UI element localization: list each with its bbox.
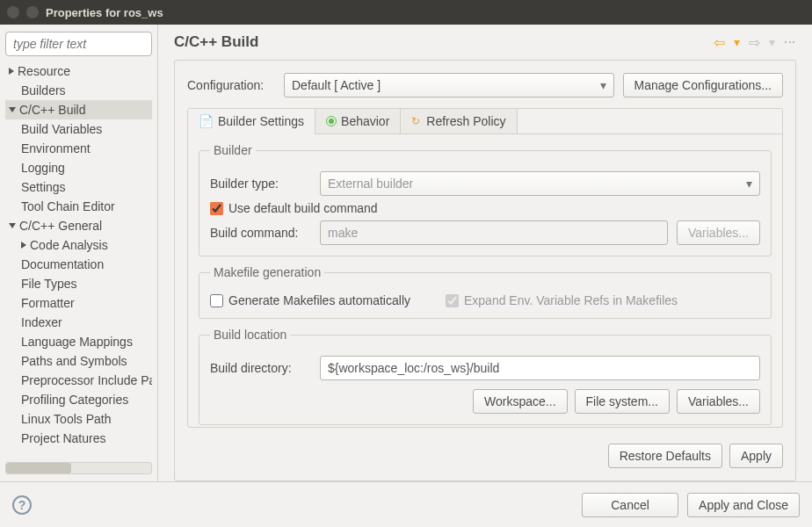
tab-label: Behavior (341, 114, 389, 128)
nav-tree: ResourceBuildersC/C++ BuildBuild Variabl… (5, 61, 152, 453)
tree-item-label: Profiling Categories (21, 393, 128, 407)
sidebar-item-documentation[interactable]: Documentation (5, 255, 152, 274)
builder-type-select[interactable]: External builder ▾ (320, 171, 760, 196)
chevron-right-icon (21, 242, 26, 249)
tree-item-label: Formatter (21, 296, 75, 310)
tree-item-label: Tool Chain Editor (21, 199, 115, 213)
tab-body: Builder Builder type: External builder ▾… (188, 134, 782, 428)
nav-back-icon[interactable]: ⇦ (714, 34, 725, 51)
sidebar-item-preprocessor-include-paths-macros-etc-[interactable]: Preprocessor Include Paths, Macros etc. (5, 371, 152, 390)
chevron-down-icon: ▾ (600, 78, 606, 92)
tree-item-label: Language Mappings (21, 335, 133, 349)
behavior-icon (326, 116, 337, 126)
help-icon[interactable]: ? (12, 495, 32, 515)
cancel-button[interactable]: Cancel (582, 493, 678, 517)
tab-builder-settings[interactable]: 📄 Builder Settings (188, 109, 315, 134)
makefile-fieldset: Makefile generation Generate Makefiles a… (199, 265, 772, 319)
tree-item-label: Project Natures (21, 431, 105, 445)
tree-item-label: Resource (18, 64, 70, 78)
sidebar-item-build-variables[interactable]: Build Variables (5, 119, 152, 139)
main-panel: C/C++ Build ⇦ ▾ ⇨ ▾ ⋮ Configuration: Def… (158, 25, 812, 481)
workspace-button[interactable]: Workspace... (473, 389, 567, 414)
tree-item-label: File Types (21, 277, 77, 291)
builder-type-value: External builder (328, 177, 413, 191)
tabs: 📄 Builder Settings Behavior ↻ Refresh Po… (188, 109, 782, 134)
use-default-build-checkbox[interactable] (210, 202, 223, 215)
build-command-input (320, 220, 668, 245)
minimize-window-icon[interactable] (26, 6, 39, 18)
sidebar-item-formatter[interactable]: Formatter (5, 293, 152, 313)
tab-refresh-policy[interactable]: ↻ Refresh Policy (401, 109, 517, 134)
nav-forward-icon: ⇨ (749, 34, 760, 51)
builder-type-label: Builder type: (210, 177, 311, 191)
sidebar-item-resource[interactable]: Resource (5, 61, 152, 81)
filter-input[interactable] (5, 32, 152, 56)
sidebar-item-environment[interactable]: Environment (5, 139, 152, 158)
window-title: Properties for ros_ws (46, 6, 163, 19)
tab-label: Builder Settings (218, 114, 304, 128)
sidebar-item-project-natures[interactable]: Project Natures (5, 429, 152, 448)
view-menu-icon[interactable]: ⋮ (784, 37, 796, 47)
nav-back-menu-icon[interactable]: ▾ (734, 35, 740, 49)
apply-and-close-button[interactable]: Apply and Close (687, 493, 800, 517)
manage-configurations-button[interactable]: Manage Configurations... (623, 73, 783, 97)
makefile-legend: Makefile generation (210, 265, 324, 279)
tab-behavior[interactable]: Behavior (315, 109, 401, 134)
tree-item-label: Preprocessor Include Paths, Macros etc. (21, 373, 152, 387)
tree-item-label: Logging (21, 161, 65, 175)
tree-item-label: Settings (21, 180, 66, 194)
page-title: C/C++ Build (174, 33, 258, 51)
tree-item-label: Indexer (21, 315, 62, 329)
sidebar-item-indexer[interactable]: Indexer (5, 313, 152, 332)
content: ResourceBuildersC/C++ BuildBuild Variabl… (0, 25, 812, 481)
tree-item-label: Environment (21, 141, 91, 155)
expand-env-refs-label: Expand Env. Variable Refs in Makefiles (464, 293, 678, 307)
settings-panel: Configuration: Default [ Active ] ▾ Mana… (174, 60, 796, 481)
apply-button[interactable]: Apply (729, 444, 783, 468)
chevron-down-icon (9, 223, 16, 228)
sidebar-item-linux-tools-path[interactable]: Linux Tools Path (5, 409, 152, 429)
filesystem-button[interactable]: File system... (575, 389, 670, 414)
tree-item-label: Documentation (21, 257, 104, 271)
chevron-right-icon (9, 68, 14, 75)
tree-item-label: Paths and Symbols (21, 354, 127, 368)
generate-makefiles-label: Generate Makefiles automatically (228, 293, 410, 307)
build-directory-input[interactable] (320, 356, 760, 380)
nav-fwd-menu-icon: ▾ (769, 35, 775, 49)
close-window-icon[interactable] (7, 6, 19, 18)
builder-settings-icon: 📄 (199, 114, 214, 128)
location-variables-button[interactable]: Variables... (677, 389, 760, 414)
sidebar-item-c-c-general[interactable]: C/C++ General (5, 216, 152, 235)
build-directory-label: Build directory: (210, 361, 311, 375)
sidebar-hscrollbar[interactable] (5, 462, 152, 474)
tab-label: Refresh Policy (426, 114, 505, 128)
tree-item-label: Code Analysis (30, 238, 108, 252)
sidebar-item-builders[interactable]: Builders (5, 81, 152, 100)
sidebar-item-c-c-build[interactable]: C/C++ Build (5, 100, 152, 119)
sidebar-item-tool-chain-editor[interactable]: Tool Chain Editor (5, 197, 152, 216)
titlebar: Properties for ros_ws (0, 0, 812, 25)
sidebar-item-paths-and-symbols[interactable]: Paths and Symbols (5, 351, 152, 371)
tree-item-label: Builders (21, 83, 66, 97)
tree-item-label: Linux Tools Path (21, 412, 111, 426)
tree-item-label: C/C++ General (19, 219, 102, 233)
tree-item-label: Build Variables (21, 122, 102, 136)
builder-fieldset: Builder Builder type: External builder ▾… (199, 143, 772, 256)
sidebar-item-code-analysis[interactable]: Code Analysis (5, 235, 152, 255)
chevron-down-icon: ▾ (746, 177, 752, 191)
bottom-bar: ? Cancel Apply and Close (0, 481, 812, 527)
refresh-icon: ↻ (411, 116, 422, 126)
build-location-fieldset: Build location Build directory: Workspac… (199, 328, 772, 425)
configuration-select[interactable]: Default [ Active ] ▾ (284, 73, 614, 97)
generate-makefiles-checkbox[interactable] (210, 294, 223, 307)
sidebar-item-file-types[interactable]: File Types (5, 274, 152, 293)
sidebar-item-settings[interactable]: Settings (5, 177, 152, 197)
tree-item-label: C/C++ Build (19, 103, 85, 117)
configuration-value: Default [ Active ] (292, 78, 381, 92)
builder-legend: Builder (210, 143, 256, 157)
restore-defaults-button[interactable]: Restore Defaults (608, 444, 722, 468)
sidebar-item-profiling-categories[interactable]: Profiling Categories (5, 390, 152, 409)
chevron-down-icon (9, 107, 16, 112)
sidebar-item-logging[interactable]: Logging (5, 158, 152, 177)
sidebar-item-language-mappings[interactable]: Language Mappings (5, 332, 152, 351)
